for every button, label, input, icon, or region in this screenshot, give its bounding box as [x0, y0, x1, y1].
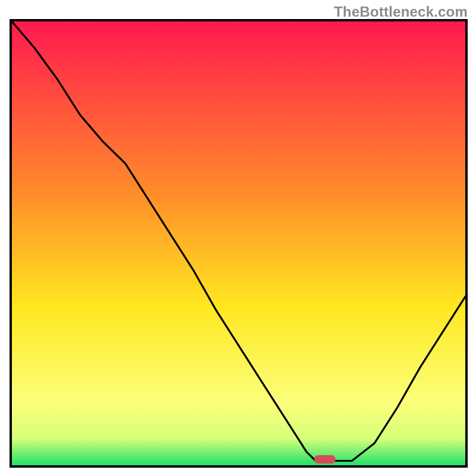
watermark-text: TheBottleneck.com — [334, 4, 468, 20]
curve-line — [12, 21, 465, 465]
plot-frame — [10, 19, 468, 468]
minimum-marker — [314, 455, 336, 464]
